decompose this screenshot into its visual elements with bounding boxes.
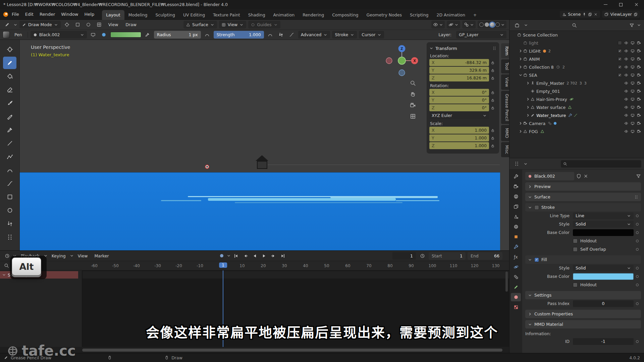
hide-eye-icon[interactable] [624,113,628,117]
disable-viewport-icon[interactable] [631,105,635,109]
fill-panel-header[interactable]: Fill [525,255,641,264]
workspace-tab-compositing[interactable]: Compositing [328,10,362,20]
origin-toggle-button[interactable] [63,21,71,28]
tab-mmd[interactable]: MMD [501,125,509,141]
fill-enable-checkbox[interactable] [534,257,539,262]
gizmo-toggle[interactable] [447,21,460,28]
workspace-tab-sculpting[interactable]: Sculpting [152,10,179,20]
exclude-checkbox[interactable] [618,73,622,77]
filter-icon[interactable] [636,174,641,179]
scene-tab[interactable] [511,213,521,221]
next-keyframe-button[interactable] [269,252,278,260]
eyedropper-tool[interactable] [3,124,16,136]
exclude-checkbox[interactable] [618,41,622,45]
stroke-placement-select[interactable]: Surface [183,21,217,28]
line-tool[interactable] [3,137,16,149]
cutter-tool[interactable] [3,110,16,123]
disable-render-icon[interactable] [637,81,641,85]
editor-chevron-icon[interactable] [13,23,17,27]
brush-preview-thumbnail[interactable] [3,31,10,38]
lock-icon[interactable] [489,98,496,102]
tab-item[interactable]: Item [501,43,509,58]
rotation-x-field[interactable]: X0° [429,89,489,96]
curve-tool[interactable] [3,177,16,190]
exclude-checkbox[interactable] [618,57,622,61]
axis-y-ball[interactable] [398,57,406,64]
stroke-enable-checkbox[interactable] [534,205,539,210]
outliner-row-sea[interactable]: SEA [509,71,644,79]
symmetry-x-button[interactable] [73,21,82,28]
disable-viewport-icon[interactable] [631,113,635,117]
disable-viewport-icon[interactable] [631,129,635,133]
settings-panel-header[interactable]: Settings [525,291,641,299]
scale-y-field[interactable]: Y1.000 [429,134,489,141]
panel-drag-icon[interactable] [492,46,496,50]
animate-dot[interactable] [634,302,641,305]
outliner-row-hair-sim-proxy[interactable]: Hair-Sim-Proxy [509,95,644,103]
disable-viewport-icon[interactable] [631,41,635,45]
disable-viewport-icon[interactable] [631,81,635,85]
disable-render-icon[interactable] [637,129,641,133]
chevron-down-icon[interactable] [2,273,6,277]
material-slot-field[interactable]: Black.002 [525,172,574,180]
axis-neg-z-ball[interactable] [399,70,405,76]
lock-icon[interactable] [489,68,496,72]
animate-dot[interactable] [634,215,641,217]
preview-panel-header[interactable]: Preview [525,182,641,191]
channel-search-icon[interactable] [4,263,9,268]
tab-misc[interactable]: Misc [501,142,509,157]
overlays-toggle[interactable] [462,21,476,28]
stroke-panel-header[interactable]: Stroke [525,203,641,212]
rotation-mode-select[interactable]: XYZ Euler [429,112,489,119]
physics-tab[interactable] [511,263,521,271]
outliner-row-lighted[interactable]: LIGHt 2 [509,47,644,55]
visibility-dropdown[interactable] [431,21,445,28]
material-tab[interactable] [511,293,521,301]
chevron-down-icon[interactable] [524,162,528,166]
viewlayer-selector[interactable]: ViewLayer [602,11,640,18]
hide-eye-icon[interactable] [624,97,628,101]
disable-viewport-icon[interactable] [631,121,635,125]
properties-editor-type-button[interactable] [512,160,521,168]
disable-render-icon[interactable] [637,65,641,69]
fill-base-color-swatch[interactable] [573,273,634,280]
play-button[interactable] [260,252,268,260]
new-viewlayer-icon[interactable] [634,12,638,16]
draw-tool[interactable] [3,57,16,69]
timeline-vertical-scrollbar[interactable] [505,272,508,292]
holdout-checkbox[interactable] [573,283,578,287]
disable-viewport-icon[interactable] [631,65,635,69]
disable-render-icon[interactable] [637,113,641,117]
lock-icon[interactable] [489,61,496,65]
fake-user-icon[interactable] [576,174,581,179]
hide-eye-icon[interactable] [624,73,628,77]
outliner-row-camera[interactable]: Camera [509,119,644,127]
modifiers-tab[interactable] [511,243,521,251]
polyline-tool[interactable] [3,150,16,163]
camera-object[interactable] [256,155,268,161]
lock-icon[interactable] [489,90,496,95]
menu-marker[interactable]: Marker [92,253,111,258]
outliner-editor-type-button[interactable] [513,21,521,29]
constraints-tab[interactable] [511,273,521,281]
hide-eye-icon[interactable] [624,41,628,45]
lock-icon[interactable] [489,128,496,132]
hide-eye-icon[interactable] [624,121,628,125]
workspace-tab-texture-paint[interactable]: Texture Paint [209,10,244,20]
tab-view[interactable]: View [501,74,509,90]
texture-tab[interactable] [511,303,521,311]
scale-x-field[interactable]: X1.000 [429,127,489,134]
animate-dot[interactable] [634,248,641,251]
disable-render-icon[interactable] [637,57,641,61]
cursor-tool[interactable] [3,43,16,56]
surface-panel-header[interactable]: Surface [525,193,641,201]
radius-pressure-button[interactable] [203,31,212,39]
hide-eye-icon[interactable] [624,105,628,109]
exclude-checkbox[interactable] [618,49,622,53]
rendered-shading-button[interactable] [495,22,500,27]
stroke-dropdown[interactable]: Stroke [332,31,357,39]
maximize-button[interactable] [613,0,629,9]
screen-pick-button[interactable] [89,31,98,39]
eyedropper-button[interactable] [143,31,152,39]
custom-properties-panel-header[interactable]: Custom Properties [525,310,641,318]
